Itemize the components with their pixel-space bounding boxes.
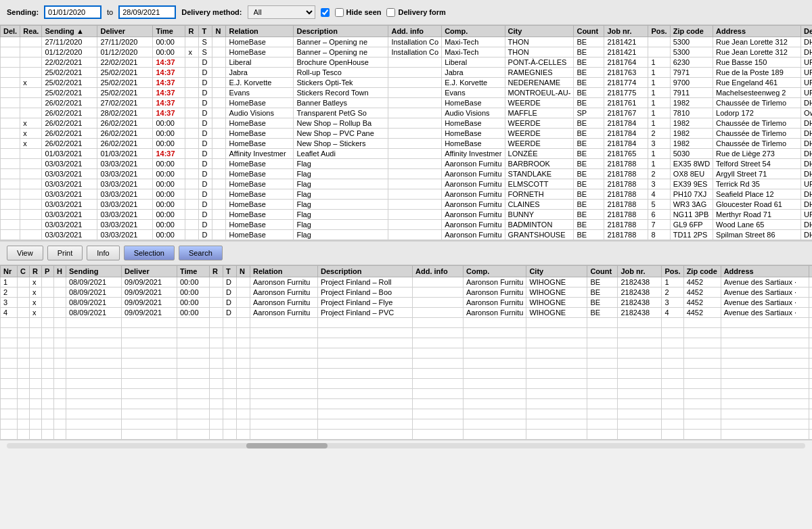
delivery-form-checkbox[interactable]	[386, 8, 395, 17]
table-cell: Transparent PetG So	[294, 108, 388, 118]
hide-seen-checkbox[interactable]	[335, 8, 344, 17]
col-header-city2[interactable]: City	[526, 266, 587, 277]
col-header-n2[interactable]: N	[237, 266, 250, 277]
search-button[interactable]: Search	[179, 246, 223, 260]
table-row[interactable]: 1x08/09/202109/09/202100:00DAaronson Fur…	[1, 277, 813, 288]
table-row[interactable]: 26/02/202128/02/202114:37DAudio VisionsT…	[1, 108, 813, 118]
table-row[interactable]: 22/02/202122/02/202114:37DLiberalBrochur…	[1, 58, 813, 68]
col-header-relation2[interactable]: Relation	[250, 266, 318, 277]
table-row[interactable]: 01/12/202001/12/202000:00xSHomeBaseBanne…	[1, 47, 813, 58]
table-row[interactable]: x26/02/202126/02/202100:00DHomeBaseNew S…	[1, 118, 813, 129]
date-to-input[interactable]	[118, 5, 176, 19]
scrollbar-area[interactable]	[0, 440, 812, 451]
table-row[interactable]: 01/03/202101/03/202114:37DAffinity Inves…	[1, 149, 813, 159]
col-header-del[interactable]: Del.	[1, 26, 20, 37]
scrollbar-track[interactable]	[7, 443, 805, 448]
table-row[interactable]: 26/02/202127/02/202114:37DHomeBaseBanner…	[1, 98, 813, 108]
table-cell-empty	[662, 399, 683, 409]
table-row[interactable]: 03/03/202103/03/202100:00DHomeBaseFlagAa…	[1, 189, 813, 200]
table-row[interactable]: 25/02/202125/02/202114:37DEvansStickers …	[1, 88, 813, 98]
col-header-pos[interactable]: Pos.	[648, 26, 670, 37]
col-header-c[interactable]: C	[18, 266, 30, 277]
col-header-description2[interactable]: Description	[318, 266, 413, 277]
table-cell: BE	[574, 139, 604, 149]
col-header-address[interactable]: Address	[713, 26, 801, 37]
col-header-p[interactable]: P	[42, 266, 54, 277]
table-row[interactable]: 25/02/202125/02/202114:37DJabraRoll-up T…	[1, 68, 813, 78]
table-cell	[54, 277, 66, 288]
table-cell	[54, 288, 66, 298]
table-row[interactable]: 27/11/202027/11/202000:00SHomeBaseBanner…	[1, 37, 813, 47]
table-cell	[185, 210, 199, 220]
col-header-nr[interactable]: Nr	[1, 266, 18, 277]
table-row[interactable]: 03/03/202103/03/202100:00DHomeBaseFlagAa…	[1, 159, 813, 169]
col-header-rea[interactable]: Rea.	[20, 26, 42, 37]
col-header-n[interactable]: N	[212, 26, 226, 37]
col-header-t[interactable]: T	[199, 26, 212, 37]
table-cell	[237, 277, 250, 288]
col-header-count[interactable]: Count	[574, 26, 604, 37]
table-cell	[1, 37, 20, 47]
col-header-time2[interactable]: Time	[177, 266, 210, 277]
table-cell-empty	[30, 409, 42, 419]
table-cell: Flag	[294, 179, 388, 189]
table-row[interactable]: 03/03/202103/03/202100:00DHomeBaseFlagAa…	[1, 200, 813, 210]
col-header-zip2[interactable]: Zip code	[683, 266, 721, 277]
table-cell-empty	[42, 348, 54, 359]
table-row[interactable]: x26/02/202126/02/202100:00DHomeBaseNew S…	[1, 129, 813, 139]
col-header-addinfo[interactable]: Add. info	[388, 26, 442, 37]
col-header-jobnr[interactable]: Job nr.	[604, 26, 648, 37]
col-header-addinfo2[interactable]: Add. info	[413, 266, 464, 277]
col-header-comp[interactable]: Comp.	[442, 26, 505, 37]
col-header-jobnr2[interactable]: Job nr.	[618, 266, 662, 277]
table-cell	[1, 68, 20, 78]
table-row[interactable]: 03/03/202103/03/202100:00DHomeBaseFlagAa…	[1, 169, 813, 179]
table-row[interactable]: x25/02/202125/02/202114:37DE.J. Korvette…	[1, 78, 813, 88]
col-header-r[interactable]: R	[185, 26, 199, 37]
view-button[interactable]: View	[7, 246, 43, 260]
table-cell: 00:00	[153, 200, 185, 210]
col-header-description[interactable]: Description	[294, 26, 388, 37]
table-cell: 2181788	[604, 179, 648, 189]
table-row[interactable]: 03/03/202103/03/202100:00DHomeBaseFlagAa…	[1, 179, 813, 189]
info-button[interactable]: Info	[87, 246, 119, 260]
col-header-comp2[interactable]: Comp.	[464, 266, 526, 277]
col-header-deliver[interactable]: Deliver	[97, 26, 153, 37]
col-header-pos2[interactable]: Pos.	[662, 266, 683, 277]
table-cell	[42, 308, 54, 318]
col-header-sending[interactable]: Sending ▲	[42, 26, 97, 37]
col-header-sending2[interactable]: Sending	[66, 266, 122, 277]
print-button[interactable]: Print	[47, 246, 83, 260]
table-row[interactable]: 03/03/202103/03/202100:00DHomeBaseFlagAa…	[1, 220, 813, 230]
table-row[interactable]: 03/03/202103/03/202100:00DHomeBaseFlagAa…	[1, 210, 813, 220]
col-header-delmethod2[interactable]: Delivery method	[809, 266, 812, 277]
table-row[interactable]: 2x08/09/202109/09/202100:00DAaronson Fur…	[1, 288, 813, 298]
scrollbar-thumb[interactable]	[246, 443, 328, 448]
table-cell-empty	[237, 399, 250, 409]
table-cell-empty	[318, 409, 413, 419]
col-header-address2[interactable]: Address	[721, 266, 809, 277]
col-header-relation[interactable]: Relation	[226, 26, 294, 37]
table-cell-empty	[318, 328, 413, 338]
col-header-city[interactable]: City	[505, 26, 574, 37]
table-cell: BE	[574, 47, 604, 58]
table-cell: 26/02/2021	[97, 118, 153, 129]
col-header-t2[interactable]: T	[223, 266, 237, 277]
col-header-r3[interactable]: R	[210, 266, 223, 277]
col-header-time[interactable]: Time	[153, 26, 185, 37]
delivery-method-select[interactable]: All	[248, 5, 315, 19]
table-cell-empty	[66, 430, 122, 440]
col-header-deliver2[interactable]: Deliver	[122, 266, 177, 277]
table-row[interactable]: 03/03/202103/03/202100:00DHomeBaseFlagAa…	[1, 230, 813, 240]
col-header-delmethod[interactable]: Delivery method	[801, 26, 812, 37]
table-row[interactable]: 4x08/09/202109/09/202100:00DAaronson Fur…	[1, 308, 813, 318]
col-header-r2[interactable]: R	[30, 266, 42, 277]
selection-button[interactable]: Selection	[124, 246, 175, 260]
col-header-count2[interactable]: Count	[587, 266, 618, 277]
table-row[interactable]: x26/02/202126/02/202100:00DHomeBaseNew S…	[1, 139, 813, 149]
col-header-zip[interactable]: Zip code	[670, 26, 713, 37]
table-row[interactable]: 3x08/09/202109/09/202100:00DAaronson Fur…	[1, 298, 813, 308]
delivery-method-checkbox[interactable]	[321, 8, 330, 17]
col-header-h[interactable]: H	[54, 266, 66, 277]
date-from-input[interactable]	[44, 5, 102, 19]
